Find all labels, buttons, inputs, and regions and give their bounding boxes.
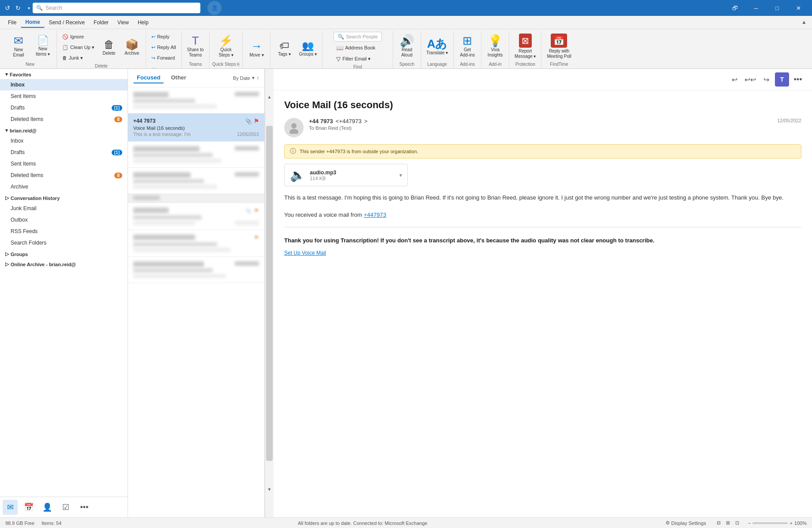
sidebar-item-acc-inbox[interactable]: Inbox (0, 135, 128, 147)
sidebar-item-archive[interactable]: Archive (0, 181, 128, 192)
email-item[interactable] (128, 87, 264, 113)
nav-calendar[interactable]: 📅 (21, 500, 36, 515)
tab-focused[interactable]: Focused (133, 72, 164, 83)
single-view-btn[interactable]: ⊞ (724, 520, 732, 526)
email-item-6[interactable]: ⚑ (128, 230, 264, 257)
nav-more[interactable]: ••• (77, 500, 92, 515)
dropdown-icon[interactable]: ▾ (25, 4, 33, 12)
get-addins-button[interactable]: ⊞ GetAdd-ins (456, 33, 478, 60)
new-email-button[interactable]: ✉ NewEmail (6, 33, 31, 60)
sidebar-item-acc-drafts[interactable]: Drafts [1] (0, 147, 128, 158)
sort-by-button[interactable]: By Date ▾ ↑ (233, 75, 259, 81)
menu-view[interactable]: View (113, 18, 133, 27)
read-aloud-button[interactable]: 🔊 ReadAloud (396, 33, 418, 60)
archive-button[interactable]: 📦 Archive (121, 34, 143, 60)
phone-link[interactable]: +447973 (364, 211, 386, 218)
online-archive-label: Online Archive - brian.reid@ (11, 262, 76, 267)
undo-icon[interactable]: ↺ (4, 4, 11, 12)
reader-teams-btn[interactable]: T (775, 72, 789, 87)
sidebar-item-acc-sent[interactable]: Sent Items (0, 158, 128, 170)
nav-mail[interactable]: ✉ (3, 500, 18, 515)
report-message-button[interactable]: ⊠ ReportMessage ▾ (512, 33, 538, 60)
clean-up-button[interactable]: 📋 Clean Up ▾ (60, 42, 97, 52)
menu-help[interactable]: Help (133, 18, 153, 27)
reply-meeting-poll-button[interactable]: 📅 Reply withMeeting Poll (544, 33, 574, 60)
email-item-4[interactable] (128, 168, 264, 194)
reader-reply-all-btn[interactable]: ↩↩ (743, 72, 757, 87)
viva-insights-button[interactable]: 💡 VivaInsights (484, 33, 506, 60)
ignore-button[interactable]: 🚫 Ignore (60, 32, 86, 41)
email-item-3[interactable] (128, 142, 264, 168)
display-settings-btn[interactable]: ⚙ Display Settings (664, 520, 708, 526)
online-archive-header[interactable]: ▷ Online Archive - brian.reid@ (0, 259, 128, 269)
ribbon-group-protection: ⊠ ReportMessage ▾ Protection (509, 31, 541, 68)
groups-header[interactable]: ▷ Groups (0, 249, 128, 259)
maximize-window-btn[interactable]: 🗗 (725, 0, 745, 16)
reply-all-button[interactable]: ↩ Reply All (149, 42, 179, 52)
junk-button[interactable]: 🗑 Junk ▾ (60, 53, 86, 63)
scroll-down-btn[interactable]: ▼ (265, 462, 274, 518)
translate-button[interactable]: Aあ Translate ▾ (424, 33, 451, 60)
sidebar-item-inbox[interactable]: Inbox (0, 79, 128, 91)
sidebar-item-deleted[interactable]: Deleted Items 8 (0, 113, 128, 125)
forward-button[interactable]: ↪ Forward (149, 53, 179, 63)
global-search[interactable]: 🔍 Search (33, 3, 200, 13)
address-book-button[interactable]: 📖 Address Book (334, 43, 382, 53)
reader-more-btn[interactable]: ••• (791, 72, 805, 87)
email-item-5[interactable]: 📎 ⚑ (128, 203, 264, 230)
preview-view-btn[interactable]: ⊡ (733, 520, 741, 526)
favorites-header[interactable]: ▾ Favorites (0, 69, 128, 79)
nav-tasks[interactable]: ☑ (58, 500, 73, 515)
tab-other[interactable]: Other (167, 72, 190, 83)
move-button[interactable]: → Move ▾ (245, 36, 267, 62)
share-to-teams-button[interactable]: T Share toTeams (184, 33, 207, 60)
reply-button[interactable]: ↩ Reply (149, 32, 179, 41)
ribbon-collapse-btn[interactable]: ▲ (801, 19, 808, 26)
quick-steps-button[interactable]: ⚡ QuickSteps ▾ (215, 33, 237, 60)
nav-people[interactable]: 👤 (40, 500, 55, 515)
sidebar-item-outbox[interactable]: Outbox (0, 214, 128, 226)
restore-btn[interactable]: □ (767, 0, 787, 16)
attachment-expand-icon[interactable]: ▾ (399, 172, 402, 178)
reader-reply-btn[interactable]: ↩ (727, 72, 741, 87)
menu-folder[interactable]: Folder (89, 18, 113, 27)
scroll-thumb[interactable] (266, 126, 273, 461)
zoom-slider[interactable] (752, 522, 788, 524)
flag-icon-5: ⚑ (254, 207, 259, 214)
account-header[interactable]: ▾ brian.reid@ (0, 125, 128, 135)
email-item-7[interactable] (128, 257, 264, 283)
delete-button[interactable]: 🗑 Delete (98, 34, 120, 60)
email-item-selected[interactable]: +44 7973 📎 ⚑ Voice Mail (16 seconds) Thi… (128, 113, 264, 142)
sidebar-item-sent[interactable]: Sent Items (0, 91, 128, 102)
menu-send-receive[interactable]: Send / Receive (45, 18, 89, 27)
user-avatar[interactable]: 👤 (207, 1, 222, 15)
zoom-out-icon[interactable]: − (748, 520, 751, 526)
redo-icon[interactable]: ↻ (14, 4, 22, 12)
setup-voice-mail-link[interactable]: Set Up Voice Mail (284, 250, 326, 256)
reader-forward-btn[interactable]: ↪ (759, 72, 773, 87)
sidebar-item-search-folders[interactable]: Search Folders (0, 237, 128, 249)
sidebar-item-junk[interactable]: Junk Email (0, 203, 128, 214)
minimize-btn[interactable]: ─ (746, 0, 766, 16)
search-people-input[interactable]: 🔍 Search People (334, 32, 382, 41)
compact-view-btn[interactable]: ⊟ (715, 520, 722, 526)
sidebar-item-rss[interactable]: RSS Feeds (0, 226, 128, 237)
close-btn[interactable]: ✕ (788, 0, 808, 16)
ribbon: ✉ NewEmail 📄 NewItems ▾ New 🚫 Ignore 📋 C… (0, 29, 812, 69)
menu-home[interactable]: Home (21, 17, 44, 28)
email-footer: Thank you for using Transcription! If yo… (284, 236, 801, 245)
sidebar-item-drafts[interactable]: Drafts [1] (0, 102, 128, 113)
menu-file[interactable]: File (4, 18, 21, 27)
attachment-box[interactable]: 🔈 audio.mp3 114 KB ▾ (284, 164, 408, 186)
addins-group-buttons: ⊞ GetAdd-ins (456, 32, 478, 61)
tags-button[interactable]: 🏷 Tags ▾ (273, 36, 295, 62)
new-items-button[interactable]: 📄 NewItems ▾ (32, 33, 54, 60)
attachment-size: 114 KB (310, 176, 395, 181)
conv-history-header[interactable]: ▷ Conversation History (0, 192, 128, 203)
zoom-in-icon[interactable]: + (789, 520, 792, 526)
findtime-group-label: FindTime (550, 62, 568, 68)
sidebar-item-acc-deleted[interactable]: Deleted Items 8 (0, 170, 128, 181)
filter-email-button[interactable]: ▽ Filter Email ▾ (334, 54, 382, 64)
groups-button[interactable]: 👥 Groups ▾ (296, 36, 320, 62)
scroll-up-btn[interactable]: ▲ (265, 69, 274, 125)
